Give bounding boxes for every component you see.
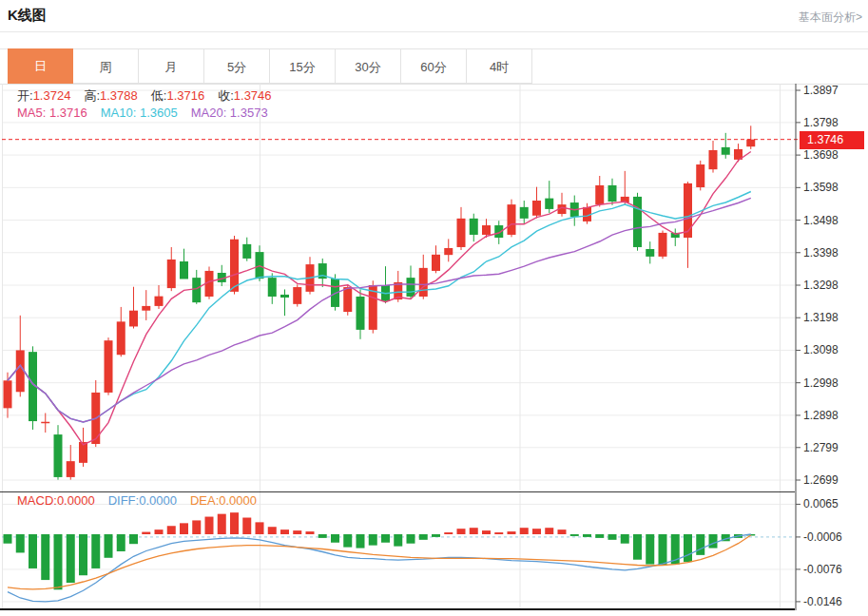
axis-tick-label: 1.3598: [803, 181, 839, 194]
legend-value: 1.3788: [100, 88, 138, 103]
axis-tick-label: -0.0006: [803, 530, 842, 544]
axis-tick-label: 1.3897: [803, 84, 839, 97]
legend-item: MA10: 1.3605: [101, 106, 178, 120]
ohlc-legend: 开:1.3724高:1.3788低:1.3716收:1.3746: [17, 87, 285, 105]
axis-tick-label: 1.3498: [803, 214, 839, 227]
legend-label: 开:: [17, 87, 33, 105]
axis-tick-label: 1.2699: [803, 473, 839, 487]
axis-tick-label: 0.0065: [803, 497, 839, 510]
axis-tick-label: -0.0146: [803, 595, 842, 608]
legend-value: 1.3716: [166, 88, 204, 103]
candlestick-series: [4, 125, 756, 479]
axis-tick-label: 1.2898: [803, 409, 839, 422]
ma-legend: MA5: 1.3716MA10: 1.3605MA20: 1.3573: [17, 106, 281, 120]
legend-label: 高:: [84, 87, 100, 105]
axis-tick-label: 1.3298: [803, 279, 839, 292]
axis-tick-label: 1.3698: [803, 148, 839, 162]
macd-histogram: [4, 512, 756, 589]
axis-tick-label: 1.3198: [803, 311, 839, 324]
legend-item: MA5: 1.3716: [17, 106, 87, 120]
axis-tick-label: 1.3798: [803, 116, 839, 129]
kline-page: K线图 基本面分析> 日周月5分15分30分60分4时 1.38971.3798…: [0, 0, 868, 616]
legend-item: DEA:0.0000: [190, 493, 257, 508]
legend-item: MACD:0.0000: [17, 493, 95, 508]
axis-tick-label: 1.3398: [803, 246, 839, 260]
legend-item: DIFF:0.0000: [108, 493, 177, 508]
macd-legend: MACD:0.0000DIFF:0.0000DEA:0.0000: [17, 493, 270, 508]
axis-tick-label: 1.2799: [803, 441, 839, 454]
legend-value: 1.3746: [234, 88, 272, 103]
legend-label: 收:: [218, 87, 234, 105]
axis-tick-label: 1.3098: [803, 343, 839, 356]
legend-label: 低:: [151, 87, 167, 105]
legend-item: MA20: 1.3573: [191, 106, 268, 120]
axis-tick-label: -0.0076: [803, 563, 842, 576]
axis-tick-label: 1.2998: [803, 376, 839, 390]
current-price-tag: 1.3746: [800, 131, 864, 149]
grid-lines: [0, 84, 868, 609]
ma-line-ma5: [8, 152, 751, 445]
legend-value: 1.3724: [33, 88, 71, 103]
